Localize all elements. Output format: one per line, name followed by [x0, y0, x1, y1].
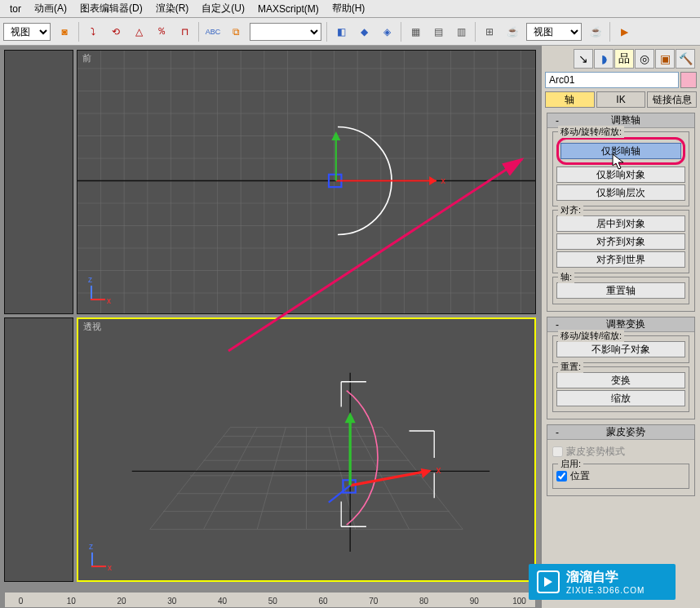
viewport-bottom-left[interactable]: [4, 317, 73, 582]
snap-icon[interactable]: ⤵: [84, 23, 102, 41]
render-view-select[interactable]: 视图: [526, 23, 582, 41]
svg-marker-38: [331, 131, 340, 140]
motion-tab-icon[interactable]: ◎: [635, 49, 654, 69]
affect-hierarchy-only-button[interactable]: 仅影响层次: [556, 184, 685, 201]
position-checkbox[interactable]: [556, 471, 567, 482]
pivot-section-label: 轴:: [558, 271, 574, 283]
angle-snap-icon[interactable]: ⟲: [107, 23, 125, 41]
dont-affect-children-button[interactable]: 不影响子对象: [556, 341, 685, 357]
svg-line-47: [150, 428, 231, 530]
modify-tab-icon[interactable]: ◗: [594, 49, 614, 69]
main-toolbar: 视图 ◙ ⤵ ⟲ △ ％ ⊓ ABC ⧉ ◧ ◆ ◈ ▦ ▤ ▥ ⊞ ☕ 视图 …: [0, 18, 700, 46]
create-tab-icon[interactable]: ↘: [574, 49, 593, 69]
reset-transform-button[interactable]: 变换: [556, 372, 685, 388]
reset-pivot-button[interactable]: 重置轴: [556, 282, 685, 299]
svg-rect-56: [343, 480, 355, 492]
quick-align-icon[interactable]: ◈: [378, 23, 396, 41]
play-icon: [537, 570, 560, 593]
svg-rect-33: [329, 175, 341, 187]
svg-line-62: [329, 486, 350, 503]
render-teapot-icon[interactable]: ☕: [503, 23, 521, 41]
viewport-perspective[interactable]: 透视: [77, 317, 536, 582]
reset-scale-button[interactable]: 缩放: [556, 390, 685, 406]
menubar: tor 动画(A) 图表编辑器(D) 渲染(R) 自定义(U) MAXScrip…: [0, 0, 700, 18]
menu-maxscript[interactable]: MAXScript(M): [251, 2, 326, 16]
abc-icon[interactable]: ABC: [204, 23, 222, 41]
svg-text:x: x: [436, 464, 441, 476]
toolbar-icon-1[interactable]: ◙: [55, 23, 73, 41]
mirror-icon[interactable]: ◧: [332, 23, 350, 41]
cmd-icon[interactable]: ▶: [615, 23, 633, 41]
render-icon[interactable]: ☕: [587, 23, 605, 41]
reset-section-label: 重置:: [558, 361, 583, 373]
layers-icon[interactable]: ▦: [406, 23, 424, 41]
magnet-icon[interactable]: ⊓: [175, 23, 193, 41]
script-icon[interactable]: ⧉: [227, 23, 245, 41]
command-panel-tabs: ↘ ◗ 品 ◎ ▣ 🔨: [543, 47, 698, 70]
tab-pivot[interactable]: 轴: [545, 91, 595, 108]
pivot-snap-icon[interactable]: △: [130, 23, 148, 41]
viewports-area: 前 x: [0, 46, 540, 608]
watermark-badge: 溜溜自学 ZIXUE.3D66.COM: [529, 564, 676, 600]
align-to-world-button[interactable]: 对齐到世界: [556, 251, 685, 268]
svg-text:x: x: [441, 175, 446, 185]
svg-line-48: [203, 428, 257, 530]
timeline-ruler[interactable]: 0 10 20 30 40 50 60 70 80 90 100: [4, 592, 536, 608]
menu-tor[interactable]: tor: [3, 2, 28, 16]
svg-marker-61: [345, 412, 356, 423]
align-icon[interactable]: ◆: [355, 23, 373, 41]
svg-line-53: [383, 428, 463, 530]
command-panel: ↘ ◗ 品 ◎ ▣ 🔨 轴 IK 链接信息 - 调整轴 移动/旋转/缩放:: [540, 46, 700, 608]
align-section-label: 对齐:: [558, 204, 583, 216]
svg-line-52: [356, 428, 410, 530]
viewport-top-left[interactable]: [4, 50, 73, 314]
object-name-input[interactable]: [545, 72, 679, 88]
hierarchy-tab-icon[interactable]: 品: [614, 49, 634, 69]
cursor-icon: [612, 153, 627, 171]
svg-marker-35: [429, 176, 436, 185]
svg-marker-58: [421, 468, 432, 478]
viewport-front[interactable]: 前 x: [77, 50, 536, 314]
rollout-skin-pose: - 蒙皮姿势 蒙皮姿势模式 启用: 位置: [547, 424, 695, 496]
percent-snap-icon[interactable]: ％: [153, 23, 171, 41]
svg-line-57: [350, 471, 427, 486]
material-icon[interactable]: ⊞: [481, 23, 498, 41]
object-color-swatch[interactable]: [680, 72, 697, 88]
named-selection-select[interactable]: [250, 23, 321, 41]
menu-render[interactable]: 渲染(R): [149, 0, 196, 17]
curve-editor-icon[interactable]: ▤: [429, 23, 447, 41]
coord-system-select[interactable]: 视图: [3, 23, 51, 41]
viewport-perspective-label: 透视: [83, 321, 101, 333]
move-rotate-scale-label: 移动/旋转/缩放:: [558, 126, 624, 138]
menu-graph-editor[interactable]: 图表编辑器(D): [73, 0, 149, 17]
utilities-tab-icon[interactable]: 🔨: [676, 49, 695, 69]
svg-line-49: [257, 428, 286, 530]
svg-line-51: [329, 428, 356, 530]
rollout-adjust-pivot: - 调整轴 移动/旋转/缩放: 仅影响轴 仅影响对象 仅影响层次 对齐: 居中到…: [547, 113, 695, 312]
schematic-icon[interactable]: ▥: [452, 23, 470, 41]
align-to-object-button[interactable]: 对齐到对象: [556, 233, 685, 250]
axis-tripod-icon: zx: [82, 276, 115, 308]
center-to-object-button[interactable]: 居中到对象: [556, 215, 685, 232]
position-check-row[interactable]: 位置: [556, 468, 685, 485]
transform-move-label: 移动/旋转/缩放:: [558, 330, 624, 342]
menu-animation[interactable]: 动画(A): [28, 0, 73, 17]
skin-pose-mode-checkbox: [552, 446, 563, 457]
tab-ik[interactable]: IK: [596, 91, 646, 108]
menu-customize[interactable]: 自定义(U): [195, 0, 251, 17]
viewport-front-label: 前: [82, 52, 91, 64]
rollout-adjust-transform: - 调整变换 移动/旋转/缩放: 不影响子对象 重置: 变换 缩放: [547, 317, 695, 419]
rollout-skin-pose-header[interactable]: - 蒙皮姿势: [547, 425, 694, 440]
display-tab-icon[interactable]: ▣: [655, 49, 675, 69]
axis-tripod-icon: zx: [83, 543, 116, 575]
enable-section-label: 启用:: [558, 458, 583, 470]
tab-link-info[interactable]: 链接信息: [647, 91, 697, 108]
menu-help[interactable]: 帮助(H): [326, 0, 372, 17]
